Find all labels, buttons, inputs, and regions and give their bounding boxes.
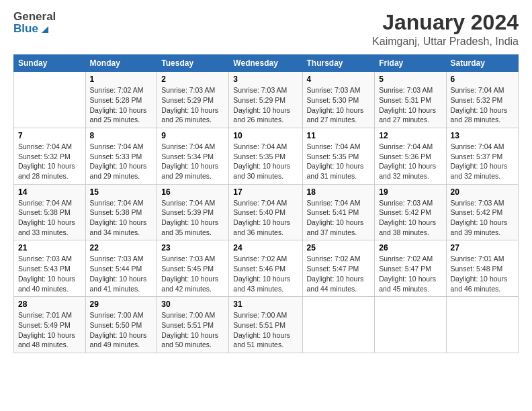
logo-blue: Blue <box>13 23 38 34</box>
week-row-3: 14Sunrise: 7:04 AMSunset: 5:38 PMDayligh… <box>14 184 519 240</box>
day-info: Sunrise: 7:03 AMSunset: 5:29 PMDaylight:… <box>233 85 298 125</box>
calendar-cell: 10Sunrise: 7:04 AMSunset: 5:35 PMDayligh… <box>229 128 302 184</box>
day-info: Sunrise: 7:04 AMSunset: 5:36 PMDaylight:… <box>379 142 441 181</box>
day-number: 21 <box>18 243 81 253</box>
day-info: Sunrise: 7:04 AMSunset: 5:34 PMDaylight:… <box>161 142 224 181</box>
week-row-1: 1Sunrise: 7:02 AMSunset: 5:28 PMDaylight… <box>14 72 519 128</box>
day-info: Sunrise: 7:03 AMSunset: 5:29 PMDaylight:… <box>161 85 224 125</box>
day-header-thursday: Thursday <box>302 55 375 72</box>
calendar-cell <box>302 297 375 353</box>
calendar-header-row: SundayMondayTuesdayWednesdayThursdayFrid… <box>14 55 519 72</box>
calendar-cell: 9Sunrise: 7:04 AMSunset: 5:34 PMDaylight… <box>157 128 229 184</box>
calendar-cell: 23Sunrise: 7:03 AMSunset: 5:45 PMDayligh… <box>157 240 229 297</box>
day-info: Sunrise: 7:03 AMSunset: 5:44 PMDaylight:… <box>90 254 153 293</box>
day-info: Sunrise: 7:04 AMSunset: 5:35 PMDaylight:… <box>233 142 298 181</box>
calendar-cell: 3Sunrise: 7:03 AMSunset: 5:29 PMDaylight… <box>229 72 302 128</box>
day-info: Sunrise: 7:04 AMSunset: 5:33 PMDaylight:… <box>90 142 153 181</box>
day-number: 20 <box>451 187 514 197</box>
day-header-sunday: Sunday <box>14 55 86 72</box>
calendar-cell: 8Sunrise: 7:04 AMSunset: 5:33 PMDaylight… <box>85 128 157 184</box>
calendar-cell: 2Sunrise: 7:03 AMSunset: 5:29 PMDaylight… <box>157 72 229 128</box>
day-number: 17 <box>233 187 298 197</box>
day-info: Sunrise: 7:03 AMSunset: 5:30 PMDaylight:… <box>307 85 371 125</box>
day-number: 11 <box>307 131 371 140</box>
header: General Blue January 2024 Kaimganj, Utta… <box>13 11 519 48</box>
day-header-wednesday: Wednesday <box>229 55 302 72</box>
day-info: Sunrise: 7:03 AMSunset: 5:43 PMDaylight:… <box>18 254 81 293</box>
day-header-tuesday: Tuesday <box>157 55 229 72</box>
calendar-cell: 13Sunrise: 7:04 AMSunset: 5:37 PMDayligh… <box>446 128 518 184</box>
day-info: Sunrise: 7:04 AMSunset: 5:35 PMDaylight:… <box>307 142 371 181</box>
logo-general: General <box>13 11 56 22</box>
day-info: Sunrise: 7:04 AMSunset: 5:37 PMDaylight:… <box>451 142 514 181</box>
day-number: 15 <box>90 187 153 197</box>
day-info: Sunrise: 7:00 AMSunset: 5:51 PMDaylight:… <box>233 310 298 350</box>
day-info: Sunrise: 7:03 AMSunset: 5:42 PMDaylight:… <box>379 198 441 238</box>
day-number: 7 <box>18 131 81 140</box>
day-number: 4 <box>307 75 371 84</box>
calendar-cell: 29Sunrise: 7:00 AMSunset: 5:50 PMDayligh… <box>85 297 157 353</box>
day-info: Sunrise: 7:03 AMSunset: 5:31 PMDaylight:… <box>379 85 441 125</box>
day-number: 16 <box>161 187 224 197</box>
day-number: 9 <box>161 131 224 140</box>
day-info: Sunrise: 7:02 AMSunset: 5:46 PMDaylight:… <box>233 254 298 293</box>
calendar-cell: 15Sunrise: 7:04 AMSunset: 5:38 PMDayligh… <box>85 184 157 240</box>
calendar-table: SundayMondayTuesdayWednesdayThursdayFrid… <box>13 54 519 353</box>
day-number: 27 <box>451 243 514 253</box>
day-number: 2 <box>161 75 224 84</box>
day-number: 14 <box>18 187 81 197</box>
day-info: Sunrise: 7:03 AMSunset: 5:45 PMDaylight:… <box>161 254 224 293</box>
calendar-cell: 22Sunrise: 7:03 AMSunset: 5:44 PMDayligh… <box>85 240 157 297</box>
calendar-cell: 27Sunrise: 7:01 AMSunset: 5:48 PMDayligh… <box>446 240 518 297</box>
calendar-cell: 24Sunrise: 7:02 AMSunset: 5:46 PMDayligh… <box>229 240 302 297</box>
day-info: Sunrise: 7:02 AMSunset: 5:28 PMDaylight:… <box>90 85 153 125</box>
day-number: 19 <box>379 187 441 197</box>
day-header-saturday: Saturday <box>446 55 518 72</box>
day-number: 6 <box>451 75 514 84</box>
day-info: Sunrise: 7:04 AMSunset: 5:38 PMDaylight:… <box>90 198 153 238</box>
calendar-cell: 12Sunrise: 7:04 AMSunset: 5:36 PMDayligh… <box>375 128 446 184</box>
logo: General Blue <box>13 11 56 34</box>
month-title: January 2024 <box>372 11 519 34</box>
calendar-cell: 1Sunrise: 7:02 AMSunset: 5:28 PMDaylight… <box>85 72 157 128</box>
week-row-2: 7Sunrise: 7:04 AMSunset: 5:32 PMDaylight… <box>14 128 519 184</box>
day-number: 26 <box>379 243 441 253</box>
page: General Blue January 2024 Kaimganj, Utta… <box>0 0 532 411</box>
logo-icon <box>39 22 51 34</box>
calendar-cell: 30Sunrise: 7:00 AMSunset: 5:51 PMDayligh… <box>157 297 229 353</box>
day-number: 13 <box>451 131 514 140</box>
day-number: 29 <box>90 300 153 309</box>
week-row-5: 28Sunrise: 7:01 AMSunset: 5:49 PMDayligh… <box>14 297 519 353</box>
calendar-cell: 17Sunrise: 7:04 AMSunset: 5:40 PMDayligh… <box>229 184 302 240</box>
calendar-cell: 16Sunrise: 7:04 AMSunset: 5:39 PMDayligh… <box>157 184 229 240</box>
calendar-cell <box>446 297 518 353</box>
day-number: 18 <box>307 187 371 197</box>
calendar-cell: 6Sunrise: 7:04 AMSunset: 5:32 PMDaylight… <box>446 72 518 128</box>
day-number: 5 <box>379 75 441 84</box>
calendar-cell: 5Sunrise: 7:03 AMSunset: 5:31 PMDaylight… <box>375 72 446 128</box>
day-header-friday: Friday <box>375 55 446 72</box>
day-info: Sunrise: 7:04 AMSunset: 5:41 PMDaylight:… <box>307 198 371 238</box>
title-block: January 2024 Kaimganj, Uttar Pradesh, In… <box>372 11 519 48</box>
day-number: 10 <box>233 131 298 140</box>
calendar-cell: 19Sunrise: 7:03 AMSunset: 5:42 PMDayligh… <box>375 184 446 240</box>
calendar-cell: 21Sunrise: 7:03 AMSunset: 5:43 PMDayligh… <box>14 240 86 297</box>
calendar-cell: 18Sunrise: 7:04 AMSunset: 5:41 PMDayligh… <box>302 184 375 240</box>
day-info: Sunrise: 7:00 AMSunset: 5:51 PMDaylight:… <box>161 310 224 350</box>
day-number: 25 <box>307 243 371 253</box>
day-number: 12 <box>379 131 441 140</box>
day-info: Sunrise: 7:01 AMSunset: 5:49 PMDaylight:… <box>18 310 81 350</box>
day-info: Sunrise: 7:04 AMSunset: 5:32 PMDaylight:… <box>18 142 81 181</box>
day-number: 30 <box>161 300 224 309</box>
day-number: 24 <box>233 243 298 253</box>
calendar-cell: 14Sunrise: 7:04 AMSunset: 5:38 PMDayligh… <box>14 184 86 240</box>
location-title: Kaimganj, Uttar Pradesh, India <box>372 36 519 48</box>
day-info: Sunrise: 7:04 AMSunset: 5:38 PMDaylight:… <box>18 198 81 238</box>
calendar-cell: 11Sunrise: 7:04 AMSunset: 5:35 PMDayligh… <box>302 128 375 184</box>
day-number: 23 <box>161 243 224 253</box>
calendar-cell: 25Sunrise: 7:02 AMSunset: 5:47 PMDayligh… <box>302 240 375 297</box>
week-row-4: 21Sunrise: 7:03 AMSunset: 5:43 PMDayligh… <box>14 240 519 297</box>
day-number: 22 <box>90 243 153 253</box>
calendar-cell: 28Sunrise: 7:01 AMSunset: 5:49 PMDayligh… <box>14 297 86 353</box>
day-info: Sunrise: 7:01 AMSunset: 5:48 PMDaylight:… <box>451 254 514 293</box>
